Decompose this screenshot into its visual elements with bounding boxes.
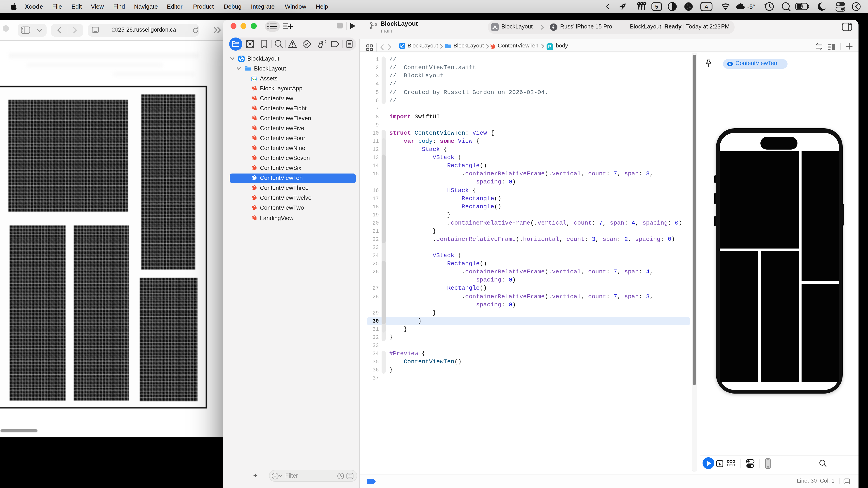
- svg-text:5: 5: [655, 4, 658, 10]
- svg-text:-5°: -5°: [747, 3, 755, 10]
- svg-text:A: A: [705, 4, 708, 10]
